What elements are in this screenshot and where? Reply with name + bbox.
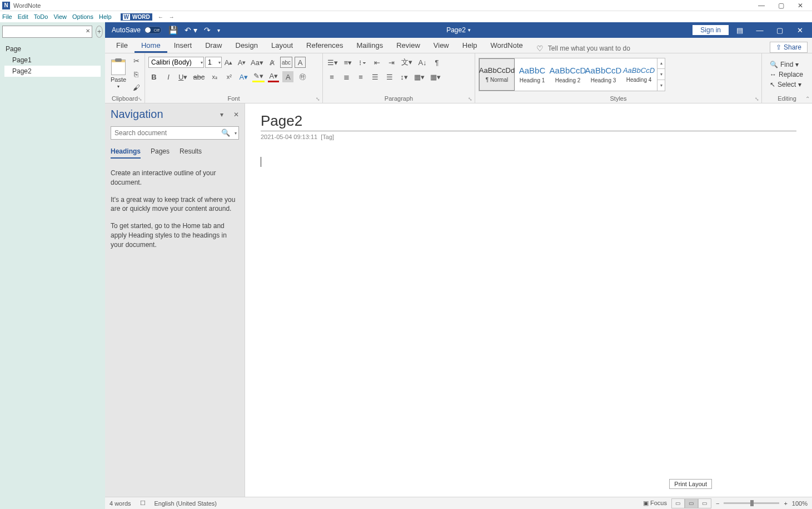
font-name-select[interactable] — [148, 57, 204, 68]
zoom-level[interactable]: 100% — [792, 500, 808, 507]
ribbon-display-options-icon[interactable]: ▤ — [731, 26, 749, 34]
word-app-badge[interactable]: WWORD — [121, 13, 152, 21]
italic-button[interactable]: I — [163, 71, 174, 82]
styles-scroll-up-icon[interactable]: ▴ — [657, 58, 665, 70]
menu-todo[interactable]: ToDo — [34, 13, 48, 20]
document-canvas[interactable]: Page2 2021-05-04 09:13:11 [Tag] Print La… — [245, 103, 812, 497]
nav-pane-close-icon[interactable]: ✕ — [233, 111, 239, 118]
zoom-slider[interactable] — [724, 502, 779, 504]
menu-help[interactable]: Help — [99, 13, 112, 20]
change-case-icon[interactable]: Aa▾ — [250, 57, 265, 68]
styles-expand-icon[interactable]: ▾ — [657, 80, 665, 91]
notes-search-input[interactable] — [2, 26, 92, 38]
clipboard-launcher-icon[interactable]: ⤡ — [138, 96, 142, 102]
tab-help[interactable]: Help — [456, 39, 484, 53]
asian-layout-icon[interactable]: 文▾ — [400, 57, 414, 68]
signin-button[interactable]: Sign in — [693, 25, 729, 35]
qat-customize-icon[interactable]: ▾ — [214, 27, 223, 33]
decrease-indent-icon[interactable]: ⇤ — [371, 57, 382, 68]
search-icon[interactable]: 🔍 — [221, 129, 230, 137]
paste-button[interactable]: Paste ▾ — [108, 60, 128, 89]
font-launcher-icon[interactable]: ⤡ — [316, 96, 320, 102]
zoom-out-button[interactable]: − — [716, 500, 719, 507]
page-title[interactable]: Page2 — [261, 112, 796, 131]
text-effects-icon[interactable]: A▾ — [238, 71, 249, 82]
word-maximize-button[interactable]: ▢ — [771, 26, 789, 34]
find-button[interactable]: 🔍Find ▾ — [769, 60, 804, 69]
sort-icon[interactable]: A↓ — [417, 57, 428, 68]
character-border-icon[interactable]: A — [295, 57, 306, 68]
style-heading4[interactable]: AaBbCcD Heading 4 — [621, 58, 657, 91]
focus-mode-button[interactable]: ▣ Focus — [643, 500, 667, 507]
collapse-ribbon-icon[interactable]: ⌃ — [805, 96, 810, 102]
font-color-icon[interactable]: A▾ — [268, 71, 279, 82]
menu-view[interactable]: View — [53, 13, 67, 20]
align-right-icon[interactable]: ≡ — [355, 71, 366, 82]
word-count[interactable]: 4 words — [109, 500, 131, 507]
style-heading2[interactable]: AaBbCcD Heading 2 — [550, 58, 586, 91]
outer-minimize-button[interactable]: — — [758, 2, 765, 9]
tab-design[interactable]: Design — [229, 39, 265, 53]
nav-back-icon[interactable]: ← — [158, 14, 163, 20]
distributed-icon[interactable]: ☰ — [384, 71, 395, 82]
align-center-icon[interactable]: ≣ — [341, 71, 352, 82]
format-painter-icon[interactable]: 🖌 — [131, 82, 142, 93]
highlight-icon[interactable]: ✎▾ — [252, 71, 265, 82]
save-icon[interactable]: 💾 — [165, 26, 181, 34]
align-left-icon[interactable]: ≡ — [326, 71, 337, 82]
clear-search-icon[interactable]: ✕ — [86, 28, 90, 34]
paragraph-launcher-icon[interactable]: ⤡ — [468, 96, 472, 102]
autosave-toggle[interactable]: Off — [144, 26, 162, 34]
word-minimize-button[interactable]: — — [751, 26, 769, 34]
tab-review[interactable]: Review — [390, 39, 427, 53]
enclose-characters-icon[interactable]: ㊕ — [297, 71, 308, 82]
style-heading1[interactable]: AaBbC Heading 1 — [515, 58, 550, 91]
shading-icon[interactable]: ▦▾ — [413, 71, 426, 82]
superscript-button[interactable]: x² — [223, 71, 235, 82]
nav-tab-results[interactable]: Results — [180, 147, 202, 159]
bullets-icon[interactable]: ☰▾ — [326, 57, 339, 68]
zoom-in-button[interactable]: + — [784, 500, 787, 507]
tellme-search[interactable]: ♡Tell me what you want to do — [536, 44, 630, 53]
replace-button[interactable]: ↔Replace — [769, 70, 804, 79]
nav-forward-icon[interactable]: → — [169, 14, 175, 20]
outer-close-button[interactable]: ✕ — [798, 2, 803, 9]
borders-icon[interactable]: ▦▾ — [429, 71, 442, 82]
document-title-dropdown[interactable]: Page2▾ — [446, 26, 471, 34]
add-note-button[interactable]: + — [96, 26, 103, 38]
style-heading3[interactable]: AaBbCcD Heading 3 — [586, 58, 621, 91]
redo-icon[interactable]: ↷ — [201, 26, 214, 34]
style-normal[interactable]: AaBbCcDd ¶ Normal — [479, 58, 515, 91]
read-mode-icon[interactable]: ▭ — [671, 498, 685, 508]
tree-item-page2[interactable]: Page2 — [4, 66, 101, 77]
tag-field[interactable]: [Tag] — [321, 134, 334, 140]
cut-icon[interactable]: ✂ — [131, 56, 142, 67]
tab-layout[interactable]: Layout — [265, 39, 300, 53]
tree-root[interactable]: Page — [4, 43, 101, 55]
show-marks-icon[interactable]: ¶ — [431, 57, 442, 68]
spellcheck-icon[interactable]: ☐ — [140, 500, 146, 507]
web-layout-icon[interactable]: ▭ — [698, 498, 711, 508]
word-close-button[interactable]: ✕ — [791, 26, 809, 34]
increase-indent-icon[interactable]: ⇥ — [386, 57, 397, 68]
font-size-select[interactable] — [205, 57, 222, 68]
nav-tab-pages[interactable]: Pages — [151, 147, 170, 159]
tab-references[interactable]: References — [300, 39, 350, 53]
tab-draw[interactable]: Draw — [198, 39, 228, 53]
menu-options[interactable]: Options — [72, 13, 93, 20]
search-options-icon[interactable]: ▾ — [235, 131, 237, 136]
select-button[interactable]: ↖Select ▾ — [769, 80, 804, 89]
styles-launcher-icon[interactable]: ⤡ — [755, 96, 759, 102]
tab-home[interactable]: Home — [134, 39, 167, 53]
bold-button[interactable]: B — [148, 71, 160, 82]
shrink-font-icon[interactable]: A▾ — [236, 57, 247, 68]
subscript-button[interactable]: x₂ — [209, 71, 220, 82]
tree-item-page1[interactable]: Page1 — [4, 55, 101, 66]
tab-view[interactable]: View — [427, 39, 456, 53]
tab-wordnote[interactable]: WordNote — [484, 39, 530, 53]
menu-file[interactable]: File — [2, 13, 12, 20]
phonetic-guide-icon[interactable]: abc — [280, 57, 292, 68]
line-spacing-icon[interactable]: ↕▾ — [398, 71, 410, 82]
copy-icon[interactable]: ⎘ — [131, 69, 142, 80]
clear-formatting-icon[interactable]: A̷ — [267, 57, 278, 68]
